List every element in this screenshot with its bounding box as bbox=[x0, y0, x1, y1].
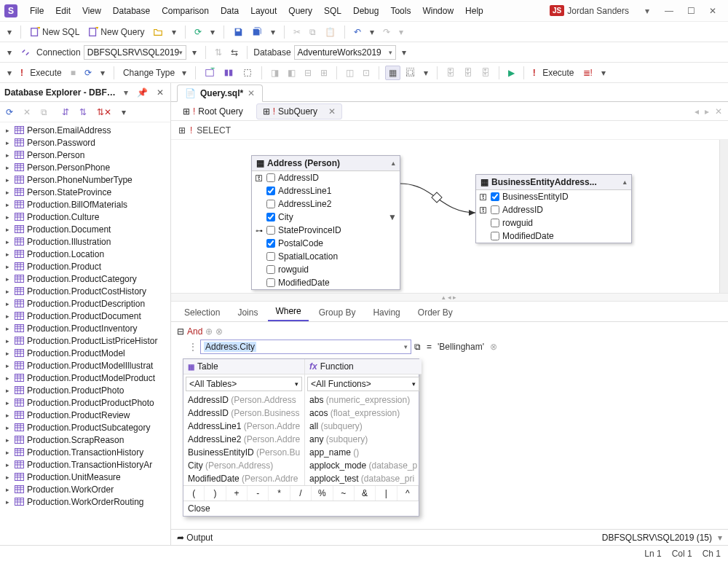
tree-item[interactable]: ▸Production.ProductCategory bbox=[3, 272, 170, 285]
change-type-button[interactable]: Change Type ▾ bbox=[120, 66, 189, 79]
tab-close-icon[interactable]: ✕ bbox=[248, 88, 255, 98]
intelli-func-item[interactable]: acos (float_expression) bbox=[305, 407, 422, 420]
chevron-right-icon[interactable]: ▸ bbox=[6, 362, 12, 369]
operator-label[interactable]: = bbox=[424, 342, 435, 352]
tree-item[interactable]: ▸Person.PhoneNumberType bbox=[3, 173, 170, 186]
chevron-right-icon[interactable]: ▸ bbox=[6, 374, 12, 382]
close-icon[interactable]: ✕ bbox=[154, 86, 166, 99]
collapse-icon[interactable]: ▴ bbox=[623, 178, 627, 186]
field-picker[interactable]: Address.City ▾ bbox=[200, 340, 411, 354]
reload-button[interactable]: ⟳ bbox=[82, 66, 95, 79]
tab-selection[interactable]: Selection bbox=[177, 304, 227, 321]
tab-group-by[interactable]: Group By bbox=[312, 304, 363, 321]
tree-item[interactable]: ▸Production.ProductPhoto bbox=[3, 384, 170, 396]
qbtn-4[interactable]: ◨ bbox=[268, 66, 282, 79]
intelli-func-item[interactable]: applock_mode (database_p bbox=[305, 459, 422, 472]
intelli-func-item[interactable]: abs (numeric_expression) bbox=[305, 393, 422, 407]
column-row[interactable]: rowguid bbox=[252, 263, 400, 276]
copy-button[interactable]: ⧉ bbox=[306, 26, 319, 39]
delete-icon[interactable]: ⊗ bbox=[490, 342, 497, 352]
tree-item[interactable]: ▸Production.UnitMeasure bbox=[3, 471, 170, 483]
explorer-filter3[interactable]: ⇅✕ bbox=[94, 106, 114, 119]
vertical-scrollbar[interactable] bbox=[719, 140, 728, 293]
refresh-dropdown[interactable]: ▾ bbox=[207, 26, 218, 39]
chevron-right-icon[interactable]: ▸ bbox=[6, 399, 12, 407]
operator-button[interactable]: ) bbox=[205, 486, 226, 501]
stop-button[interactable]: ■ bbox=[68, 66, 79, 79]
database-dropdown[interactable]: ▾ bbox=[399, 46, 409, 59]
save-button[interactable] bbox=[230, 26, 246, 39]
explorer-refresh[interactable]: ⟳ bbox=[3, 106, 16, 119]
dropdown-button-3[interactable]: ▾ bbox=[4, 66, 15, 79]
tree-item[interactable]: ▸Production.Culture bbox=[3, 211, 170, 223]
chevron-right-icon[interactable]: ▸ bbox=[6, 387, 12, 394]
column-row[interactable]: ModifiedDate bbox=[476, 230, 631, 243]
qbtn-7[interactable]: ⊞ bbox=[317, 66, 331, 79]
operator-button[interactable]: & bbox=[355, 486, 376, 501]
operator-button[interactable]: ~ bbox=[333, 486, 355, 501]
menu-query[interactable]: Query bbox=[283, 3, 317, 19]
column-row[interactable]: AddressLine2 bbox=[252, 197, 400, 211]
save-dropdown[interactable]: ▾ bbox=[268, 26, 278, 39]
chevron-right-icon[interactable]: ▸ bbox=[6, 226, 12, 233]
menu-edit[interactable]: Edit bbox=[50, 3, 76, 19]
tree-item[interactable]: ▸Person.Person bbox=[3, 149, 170, 161]
column-checkbox[interactable] bbox=[266, 252, 275, 261]
intelli-func-item[interactable]: any (subquery) bbox=[305, 433, 422, 446]
column-row[interactable]: rowguid bbox=[476, 216, 631, 230]
column-checkbox[interactable] bbox=[266, 226, 275, 235]
chevron-right-icon[interactable]: ▸ bbox=[6, 164, 12, 171]
table-business-entity-address[interactable]: ▦BusinessEntityAddress...▴ ⚿BusinessEnti… bbox=[475, 174, 632, 243]
connection-dropdown[interactable]: ▾ bbox=[189, 46, 199, 59]
and-operator[interactable]: And bbox=[187, 326, 202, 337]
menu-help[interactable]: Help bbox=[460, 3, 488, 19]
intelli-table-item[interactable]: City (Person.Address) bbox=[183, 459, 304, 472]
tree-item[interactable]: ▸Person.EmailAddress bbox=[3, 124, 170, 136]
tree-item[interactable]: ▸Production.Product bbox=[3, 260, 170, 272]
remove-condition-icon[interactable]: ⊗ bbox=[215, 326, 223, 337]
menu-layout[interactable]: Layout bbox=[245, 3, 282, 19]
intelli-table-item[interactable]: AddressLine2 (Person.Addre bbox=[183, 433, 304, 446]
column-checkbox[interactable] bbox=[266, 239, 275, 248]
explorer-tree[interactable]: ▸Person.EmailAddress▸Person.Password▸Per… bbox=[0, 122, 170, 545]
intelli-table-item[interactable]: BusinessEntityID (Person.Bu bbox=[183, 446, 304, 459]
column-row[interactable]: ModifiedDate bbox=[252, 276, 400, 289]
chevron-right-icon[interactable]: ▸ bbox=[6, 238, 12, 246]
caret-down-icon[interactable]: ▾ bbox=[636, 3, 658, 19]
chevron-right-icon[interactable]: ▸ bbox=[6, 201, 12, 208]
chevron-right-icon[interactable]: ▸ bbox=[6, 251, 12, 258]
db-btn-2[interactable]: 🗄 bbox=[461, 66, 475, 79]
qbtn-8[interactable]: ◫ bbox=[343, 66, 357, 79]
column-row[interactable]: ⚿BusinessEntityID bbox=[476, 190, 631, 203]
horizontal-splitter[interactable]: ▴ ◂ ▸ bbox=[171, 293, 728, 302]
operator-button[interactable]: + bbox=[226, 486, 248, 501]
tree-item[interactable]: ▸Production.ScrapReason bbox=[3, 434, 170, 446]
new-sql-button[interactable]: ✦New SQL bbox=[27, 26, 82, 39]
undo-button[interactable]: ↶ bbox=[351, 26, 364, 39]
chevron-right-icon[interactable]: ▸ bbox=[6, 412, 12, 419]
intelli-func-item[interactable]: applock_test (database_pri bbox=[305, 472, 422, 485]
operator-button[interactable]: - bbox=[248, 486, 269, 501]
refresh-button[interactable]: ⟳ bbox=[191, 26, 205, 39]
chevron-right-icon[interactable]: ▸ bbox=[6, 424, 12, 431]
chevron-right-icon[interactable]: ▸ bbox=[6, 263, 12, 270]
tree-item[interactable]: ▸Production.WorkOrder bbox=[3, 483, 170, 495]
execute-button[interactable]: ! Execute bbox=[17, 66, 65, 79]
pin-icon[interactable]: 📌 bbox=[135, 86, 150, 99]
chevron-right-icon[interactable]: ▸ bbox=[6, 350, 12, 357]
tab-having[interactable]: Having bbox=[365, 304, 407, 321]
tree-item[interactable]: ▸Production.ProductCostHistory bbox=[3, 285, 170, 297]
qbtn-5[interactable]: ◧ bbox=[285, 66, 298, 79]
tree-item[interactable]: ▸Production.TransactionHistoryAr bbox=[3, 458, 170, 471]
column-checkbox[interactable] bbox=[491, 232, 499, 240]
tree-item[interactable]: ▸Production.ProductSubcategory bbox=[3, 421, 170, 434]
maximize-button[interactable]: ☐ bbox=[680, 3, 702, 19]
tree-item[interactable]: ▸Production.ProductDescription bbox=[3, 297, 170, 310]
chevron-right-icon[interactable]: ▸ bbox=[6, 449, 12, 456]
collapse-toggle[interactable]: ⊟ bbox=[177, 326, 184, 337]
menu-comparison[interactable]: Comparison bbox=[157, 3, 214, 19]
intelli-table-item[interactable]: AddressLine1 (Person.Addre bbox=[183, 420, 304, 433]
chevron-right-icon[interactable]: ▸ bbox=[6, 213, 12, 221]
tree-item[interactable]: ▸Production.ProductProductPhoto bbox=[3, 396, 170, 409]
explorer-filter2[interactable]: ⇅ bbox=[76, 106, 90, 119]
